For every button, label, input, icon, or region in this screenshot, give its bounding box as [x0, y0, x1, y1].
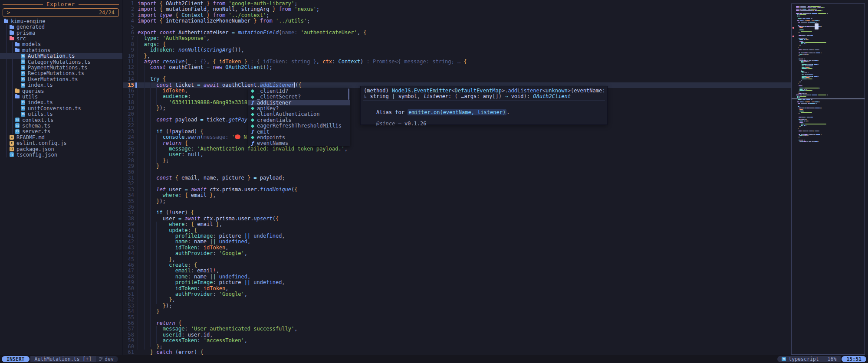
code-line-11[interactable]: 11 async resolve(_ : {}, { idToken } : {… — [123, 59, 791, 65]
code-line-33[interactable]: 33 let user = await ctx.prisma.user.find… — [123, 187, 791, 193]
code-line-55[interactable]: 55 — [123, 315, 791, 320]
explorer-filter-box[interactable]: > 24/24 — [3, 8, 119, 17]
code-line-25[interactable]: 25 return { — [123, 141, 791, 146]
code-line-30[interactable]: 30 — [123, 170, 791, 175]
completion-scrollbar[interactable] — [348, 88, 349, 100]
code-line-12[interactable]: 12 const oauthClient = new OAuth2Client(… — [123, 65, 791, 70]
code-line-27[interactable]: 27 user: null, — [123, 152, 791, 157]
code-line-54[interactable]: 54 } — [123, 309, 791, 314]
tree-item-kimu-engine[interactable]: kimu-engine — [0, 18, 122, 24]
code-line-2[interactable]: 2import { mutationField, nonNull, string… — [123, 7, 791, 12]
code-line-31[interactable]: 31 const { email, name, picture } = payl… — [123, 175, 791, 181]
completion-item-endpoints[interactable]: endpoints — [248, 134, 350, 140]
completion-item-addListener[interactable]: ƒaddListener — [248, 100, 350, 105]
tree-item-index.ts[interactable]: TSindex.ts — [0, 82, 122, 88]
code-line-56[interactable]: 56 return { — [123, 320, 791, 326]
tree-item-mutations[interactable]: mutations — [0, 47, 122, 53]
completion-item-eventNames[interactable]: ƒeventNames — [248, 141, 350, 146]
code-line-50[interactable]: 50 idToken: idToken, — [123, 286, 791, 291]
completion-item-clientAuthentication[interactable]: clientAuthentication — [248, 111, 350, 117]
code-line-37[interactable]: 37 if (!user) { — [123, 210, 791, 216]
token: ctx — [210, 186, 219, 193]
code-line-28[interactable]: 28 }; — [123, 158, 791, 164]
code-line-26[interactable]: 26 message: 'Authentication failed: inva… — [123, 146, 791, 152]
code-line-45[interactable]: 45 }, — [123, 257, 791, 262]
code-line-40[interactable]: 40 update: { — [123, 228, 791, 233]
completion-item-apiKey[interactable]: apiKey? — [248, 105, 350, 111]
tree-item-index.ts[interactable]: TSindex.ts — [0, 100, 122, 105]
code-editor[interactable]: 1import { OAuth2Client } from 'google-au… — [123, 0, 791, 355]
completion-item-eagerRefreshThresholdMillis[interactable]: eagerRefreshThresholdMillis — [248, 123, 350, 128]
token: } — [138, 308, 160, 314]
tree-item-CategoryMutations.ts[interactable]: TSCategoryMutations.ts — [0, 59, 122, 65]
tree-item-AuthMutation.ts[interactable]: TSAuthMutation.ts — [0, 53, 122, 59]
code-line-53[interactable]: 53 }); — [123, 303, 791, 309]
tree-item-context.ts[interactable]: TScontext.ts — [0, 117, 122, 123]
code-line-49[interactable]: 49 profileImage: picture || undefined, — [123, 280, 791, 285]
code-line-24[interactable]: 24 console.warn(message: '🔴 N — [123, 134, 791, 140]
code-line-35[interactable]: 35 }); — [123, 199, 791, 204]
code-line-36[interactable]: 36 — [123, 204, 791, 210]
minimap[interactable] — [791, 3, 865, 355]
token: message — [138, 326, 184, 332]
code-line-10[interactable]: 10 }, — [123, 53, 791, 59]
tree-item-PaymentMutations.ts[interactable]: TSPaymentMutations.ts — [0, 65, 122, 70]
code-line-9[interactable]: 9 idToken: nonNull(stringArg()), — [123, 47, 791, 53]
tree-item-utils.ts[interactable]: TSutils.ts — [0, 111, 122, 117]
code-line-47[interactable]: 47 email: email!, — [123, 268, 791, 274]
code-line-14[interactable]: 14 try { — [123, 76, 791, 82]
code-line-58[interactable]: 58 userId: user.id, — [123, 332, 791, 338]
completion-item-_clientSecret[interactable]: _clientSecret? — [248, 94, 350, 99]
code-line-1[interactable]: 1import { OAuth2Client } from 'google-au… — [123, 1, 791, 7]
completion-item-label: endpoints — [257, 134, 285, 141]
code-line-51[interactable]: 51 authProvider: 'Google', — [123, 291, 791, 297]
completion-menu[interactable]: _clientId?_clientSecret?ƒaddListenerapiK… — [248, 88, 350, 146]
tree-item-unitConversion.ts[interactable]: TSunitConversion.ts — [0, 105, 122, 111]
completion-item-credentials[interactable]: credentials — [248, 117, 350, 123]
tree-item-prisma[interactable]: prisma — [0, 30, 122, 36]
tree-item-RecipeMutations.ts[interactable]: TSRecipeMutations.ts — [0, 71, 122, 76]
file-tree[interactable]: kimu-enginegeneratedprismasrcmodelsmutat… — [0, 18, 122, 355]
code-line-59[interactable]: 59 accessToken: 'accessToken', — [123, 338, 791, 343]
code-line-60[interactable]: 60 }; — [123, 344, 791, 350]
completion-item-_clientId[interactable]: _clientId? — [248, 88, 350, 94]
tree-item-README.md[interactable]: MREADME.md — [0, 134, 122, 140]
code-line-5[interactable]: 5 — [123, 24, 791, 30]
code-line-3[interactable]: 3import type { Context } from '../contex… — [123, 13, 791, 18]
code-line-46[interactable]: 46 create: { — [123, 262, 791, 268]
tree-item-package.json[interactable]: {}package.json — [0, 146, 122, 152]
code-line-13[interactable]: 13 — [123, 71, 791, 76]
code-line-42[interactable]: 42 name: name || undefined, — [123, 239, 791, 245]
tree-item-tsconfig.json[interactable]: {}tsconfig.json — [0, 152, 122, 157]
tree-item-utils[interactable]: utils — [0, 94, 122, 99]
code-line-6[interactable]: 6export const AuthenticateUser = mutatio… — [123, 30, 791, 36]
code-line-57[interactable]: 57 message: 'User authenticated successf… — [123, 326, 791, 332]
tree-item-UserMutations.ts[interactable]: TSUserMutations.ts — [0, 76, 122, 82]
code-line-32[interactable]: 32 — [123, 181, 791, 186]
code-line-29[interactable]: 29 } — [123, 164, 791, 169]
tree-item-eslint.config.js[interactable]: Eeslint.config.js — [0, 140, 122, 146]
token: ! — [169, 128, 172, 134]
code-line-8[interactable]: 8 args: { — [123, 42, 791, 47]
completion-item-emit[interactable]: ƒemit — [248, 129, 350, 134]
tree-item-server.ts[interactable]: TSserver.ts — [0, 129, 122, 134]
tree-item-models[interactable]: models — [0, 42, 122, 47]
code-line-4[interactable]: 4import { internationalizePhoneNumber } … — [123, 18, 791, 24]
code-line-61[interactable]: 61 } catch (error) { — [123, 350, 791, 355]
tree-item-generated[interactable]: generated — [0, 24, 122, 29]
line-number: 41 — [123, 233, 134, 239]
field-kind-icon — [248, 111, 257, 117]
tree-item-queries[interactable]: queries — [0, 88, 122, 94]
code-line-41[interactable]: 41 profileImage: picture || undefined, — [123, 233, 791, 239]
tree-item-src[interactable]: src — [0, 36, 122, 41]
code-line-7[interactable]: 7 type: 'AuthResponse', — [123, 36, 791, 41]
line-number: 30 — [123, 170, 134, 175]
tree-item-schema.ts[interactable]: TSschema.ts — [0, 123, 122, 128]
code-line-43[interactable]: 43 idToken: idToken, — [123, 245, 791, 251]
code-line-44[interactable]: 44 authProvider: 'Google', — [123, 251, 791, 256]
code-line-52[interactable]: 52 }, — [123, 297, 791, 303]
code-line-34[interactable]: 34 where: { email }, — [123, 193, 791, 198]
code-line-39[interactable]: 39 where: { email }, — [123, 222, 791, 227]
code-line-48[interactable]: 48 name: name || undefined, — [123, 274, 791, 280]
code-line-38[interactable]: 38 user = await ctx.prisma.user.upsert({ — [123, 216, 791, 222]
